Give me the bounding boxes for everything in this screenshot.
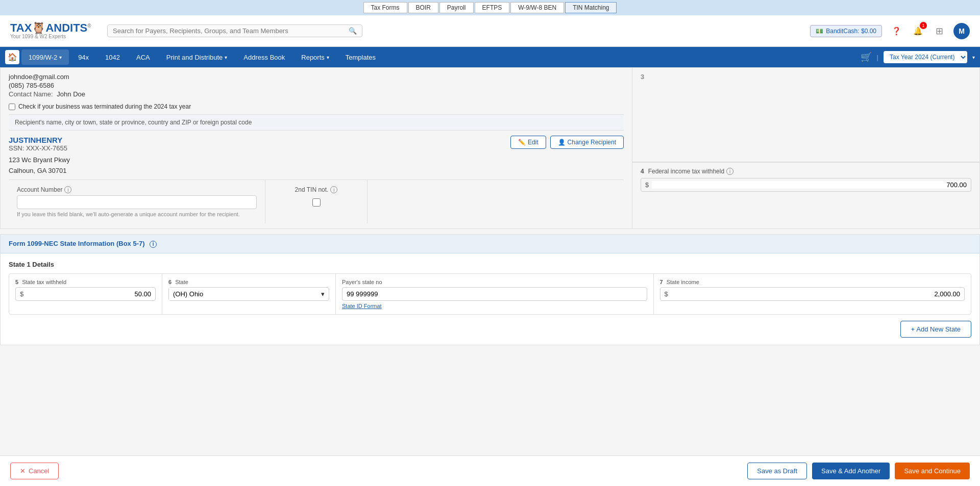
topnav-boir[interactable]: BOIR [408, 2, 438, 13]
state-section-info-icon[interactable]: i [150, 241, 157, 248]
tin-not-checkbox[interactable] [312, 198, 321, 207]
box4-federal-tax-input[interactable] [652, 181, 967, 189]
topnav-tax-forms[interactable]: Tax Forms [363, 2, 407, 13]
left-column: johndoe@gmail.com (085) 785-6586 Contact… [1, 68, 632, 228]
state-section-title: Form 1099-NEC State Information (Box 5-7… [9, 240, 145, 247]
box4-currency-symbol: $ [645, 181, 649, 189]
home-button[interactable]: 🏠 [5, 50, 19, 64]
nav-1099w2[interactable]: 1099/W-2 ▾ [21, 49, 69, 65]
tax-year-select[interactable]: Tax Year 2024 (Current) [884, 51, 967, 63]
payer-email: johndoe@gmail.com [9, 73, 624, 81]
box5-column: 5 State tax withheld $ [9, 274, 162, 314]
apps-grid-icon[interactable]: ⊞ [932, 24, 946, 38]
logo: TAX🦉ANDITS® Your 1099 & W2 Experts [10, 22, 92, 39]
edit-icon: ✏️ [518, 139, 526, 146]
topnav-tin-matching[interactable]: TIN Matching [565, 2, 617, 13]
box4-info-icon[interactable]: i [726, 168, 733, 175]
account-number-section: Account Number i If you leave this field… [9, 180, 624, 223]
account-number-info-icon[interactable]: i [64, 186, 71, 193]
nav-templates[interactable]: Templates [338, 49, 383, 65]
box7-input-wrapper: $ [660, 287, 965, 301]
add-state-row: + Add New State [9, 321, 971, 338]
recipient-block: JUSTINHENRY SSN: XXX-XX-7655 123 Wc Brya… [9, 131, 624, 180]
right-column: 3 4 Federal income tax withheld i $ [632, 68, 979, 228]
box4-label: Federal income tax withheld [648, 168, 724, 175]
account-number-label: Account Number [17, 186, 62, 193]
contact-label: Contact Name: [9, 90, 53, 98]
state-dropdown-icon[interactable]: ▾ [317, 290, 329, 298]
nav-aca[interactable]: ACA [129, 49, 157, 65]
search-bar[interactable]: 🔍 [107, 24, 362, 37]
header-icons: 💵 BanditCash: $0.00 ❓ 🔔 1 ⊞ M [810, 23, 970, 39]
box5-state-tax-input[interactable] [27, 290, 151, 298]
box7-state-income-input[interactable] [671, 290, 960, 298]
box5-label: State tax withheld [22, 279, 66, 285]
right-spacer [368, 180, 624, 223]
account-left: Account Number i If you leave this field… [9, 180, 265, 223]
box3-number: 3 [641, 73, 644, 81]
payers-state-no-input[interactable] [342, 287, 647, 301]
edit-recipient-button[interactable]: ✏️ Edit [510, 136, 546, 149]
recipient-ssn: SSN: XXX-XX-7655 [9, 144, 70, 152]
recipient-address1: 123 Wc Bryant Pkwy [9, 156, 70, 164]
topnav-payroll[interactable]: Payroll [439, 2, 474, 13]
chevron-down-icon: ▾ [972, 55, 975, 60]
nav-94x[interactable]: 94x [71, 49, 96, 65]
tin-not-section: 2nd TIN not. i [265, 180, 368, 223]
payer-phone: (085) 785-6586 [9, 82, 624, 89]
payer-contact: Contact Name: John Doe [9, 90, 624, 98]
tin-not-label: 2nd TIN not. [295, 186, 329, 193]
box3-area: 3 [632, 68, 979, 162]
main-navigation: 🏠 1099/W-2 ▾ 94x 1042 ACA Print and Dist… [0, 47, 980, 67]
top-navigation: Tax Forms BOIR Payroll EFTPS W-9/W-8 BEN… [0, 0, 980, 15]
contact-name: John Doe [57, 90, 85, 98]
box7-currency: $ [665, 290, 668, 298]
recipient-address-label: Recipient's name, city or town, state or… [9, 114, 624, 131]
box6-column: 6 State ▾ [162, 274, 336, 314]
box6-number: 6 [168, 279, 172, 285]
box4-number: 4 [641, 168, 644, 175]
nav-1042[interactable]: 1042 [98, 49, 127, 65]
state-section-header: Form 1099-NEC State Information (Box 5-7… [1, 235, 979, 253]
nav-address-book[interactable]: Address Book [236, 49, 292, 65]
state-details-label: State 1 Details [9, 261, 971, 268]
change-recipient-button[interactable]: 👤 Change Recipient [550, 136, 624, 149]
chevron-down-icon: ▾ [327, 55, 329, 60]
recipient-name: JUSTINHENRY [9, 136, 70, 144]
box6-state-input[interactable] [169, 288, 317, 300]
bandit-cash-button[interactable]: 💵 BanditCash: $0.00 [810, 25, 882, 37]
terminated-checkbox[interactable] [9, 104, 15, 110]
change-icon: 👤 [558, 139, 566, 146]
box5-number: 5 [15, 279, 18, 285]
avatar[interactable]: M [953, 23, 970, 39]
recipient-address2: Calhoun, GA 30701 [9, 167, 70, 174]
payers-state-label: Payer's state no [342, 279, 382, 285]
state-id-format-link[interactable]: State ID Format [342, 303, 647, 309]
box4-input-wrapper: $ [641, 178, 971, 192]
box7-label: State income [667, 279, 699, 285]
notification-bell[interactable]: 🔔 1 [911, 24, 925, 38]
help-icon[interactable]: ❓ [889, 24, 903, 38]
tin-not-info-icon[interactable]: i [330, 186, 337, 193]
payers-state-column: Payer's state no State ID Format [336, 274, 654, 314]
recipient-buttons: ✏️ Edit 👤 Change Recipient [510, 136, 624, 149]
payer-recipient-section: johndoe@gmail.com (085) 785-6586 Contact… [0, 67, 980, 229]
account-number-input[interactable] [17, 195, 257, 209]
box7-number: 7 [660, 279, 663, 285]
bandit-cash-label: BanditCash: $0.00 [826, 28, 876, 35]
box4-area: 4 Federal income tax withheld i $ [632, 162, 979, 197]
add-new-state-button[interactable]: + Add New State [900, 321, 971, 338]
topnav-eftps[interactable]: EFTPS [475, 2, 510, 13]
search-input[interactable] [113, 27, 349, 35]
nav-print-distribute[interactable]: Print and Distribute ▾ [159, 49, 235, 65]
state-fields-row: 5 State tax withheld $ 6 State [9, 273, 971, 315]
cart-icon[interactable]: 🛒 [861, 52, 872, 63]
chevron-down-icon: ▾ [59, 55, 62, 60]
nav-reports[interactable]: Reports ▾ [294, 49, 336, 65]
divider: | [877, 54, 878, 61]
box7-column: 7 State income $ [654, 274, 971, 314]
search-icon: 🔍 [349, 27, 357, 35]
topnav-w9[interactable]: W-9/W-8 BEN [510, 2, 564, 13]
state-body: State 1 Details 5 State tax withheld $ [1, 253, 979, 345]
notification-badge: 1 [920, 22, 927, 29]
